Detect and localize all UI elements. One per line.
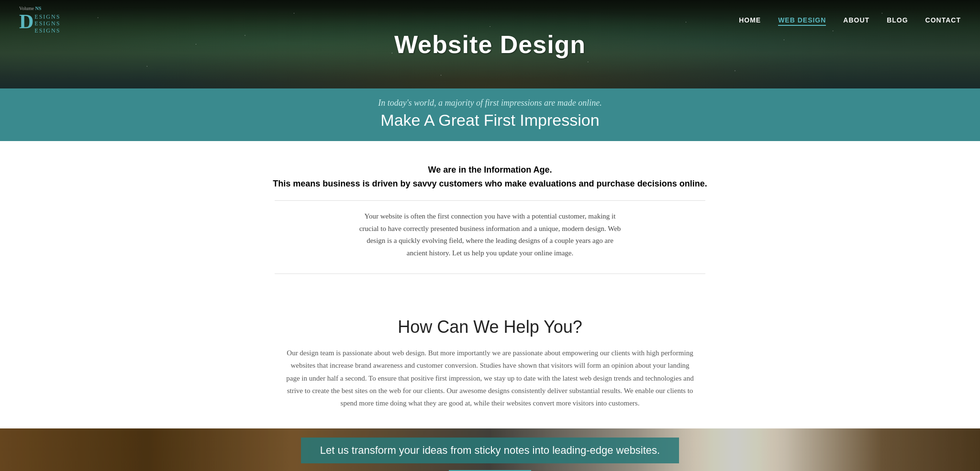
teal-banner-subtitle: In today's world, a majority of first im… <box>19 98 961 108</box>
logo-esigns-1: ESIGNS <box>34 13 60 20</box>
help-body: Our design team is passionate about web … <box>284 347 696 409</box>
help-section: How Can We Help You? Our design team is … <box>0 303 980 428</box>
nav-item-blog[interactable]: BLOG <box>887 16 908 24</box>
teal-banner: In today's world, a majority of first im… <box>0 88 980 141</box>
divider-bottom <box>275 274 705 274</box>
cta-section: Let us transform your ideas from sticky … <box>0 428 980 471</box>
nav-link-home[interactable]: HOME <box>739 16 761 24</box>
info-body-text: Your website is often the first connecti… <box>356 210 624 259</box>
nav-item-contact[interactable]: CONTACT <box>925 16 961 24</box>
logo-esigns-3: ESIGNS <box>34 27 60 34</box>
nav-item-about[interactable]: ABOUT <box>843 16 869 24</box>
info-bold-title: We are in the Information Age. <box>10 165 970 175</box>
nav-link-blog[interactable]: BLOG <box>887 16 908 24</box>
nav-links: HOME WEB DESIGN ABOUT BLOG CONTACT <box>739 16 961 24</box>
teal-banner-title: Make A Great First Impression <box>19 111 961 130</box>
cta-text-box: Let us transform your ideas from sticky … <box>301 438 679 463</box>
logo[interactable]: Volume NS D ESIGNS ESIGNS ESIGNS <box>19 6 60 34</box>
nav-link-webdesign[interactable]: WEB DESIGN <box>778 16 826 26</box>
logo-esigns-2: ESIGNS <box>34 20 60 27</box>
help-title: How Can We Help You? <box>10 317 970 337</box>
nav-link-about[interactable]: ABOUT <box>843 16 869 24</box>
info-bold-subtitle: This means business is driven by savvy c… <box>10 179 970 189</box>
logo-letter-d: D <box>19 11 33 32</box>
nav-item-webdesign[interactable]: WEB DESIGN <box>778 16 826 24</box>
navbar: Volume NS D ESIGNS ESIGNS ESIGNS HOME WE… <box>0 0 980 40</box>
info-section: We are in the Information Age. This mean… <box>0 141 980 303</box>
nav-link-contact[interactable]: CONTACT <box>925 16 961 24</box>
divider-top <box>275 200 705 201</box>
nav-item-home[interactable]: HOME <box>739 16 761 24</box>
cta-text: Let us transform your ideas from sticky … <box>320 444 660 457</box>
